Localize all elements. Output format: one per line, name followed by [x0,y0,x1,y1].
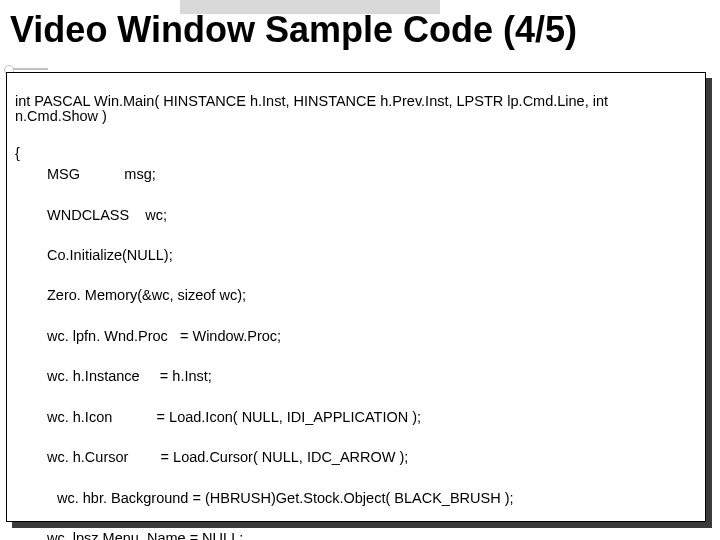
code-line: wc. lpfn. Wnd.Proc = Window.Proc; [15,329,697,344]
code-line: wc. h.Icon = Load.Icon( NULL, IDI_APPLIC… [15,410,697,425]
code-panel-body: int PASCAL Win.Main( HINSTANCE h.Inst, H… [6,72,706,522]
code-line: wc. lpsz.Menu. Name = NULL; [15,531,697,540]
code-content: int PASCAL Win.Main( HINSTANCE h.Inst, H… [15,79,697,540]
code-line: Zero. Memory(&wc, sizeof wc); [15,288,697,303]
code-line: wc. hbr. Background = (HBRUSH)Get.Stock.… [15,491,697,506]
title-accent [8,68,48,70]
code-signature: int PASCAL Win.Main( HINSTANCE h.Inst, H… [15,94,655,124]
code-panel: int PASCAL Win.Main( HINSTANCE h.Inst, H… [6,72,710,526]
code-line: wc. h.Instance = h.Inst; [15,369,697,384]
code-line: WNDCLASS wc; [15,208,697,223]
code-line: MSG msg; [15,167,697,182]
code-line: Co.Initialize(NULL); [15,248,697,263]
slide-title: Video Window Sample Code (4/5) [10,10,577,50]
code-brace: { [15,145,20,161]
slide: Video Window Sample Code (4/5) int PASCA… [0,0,720,540]
code-line: wc. h.Cursor = Load.Cursor( NULL, IDC_AR… [15,450,697,465]
